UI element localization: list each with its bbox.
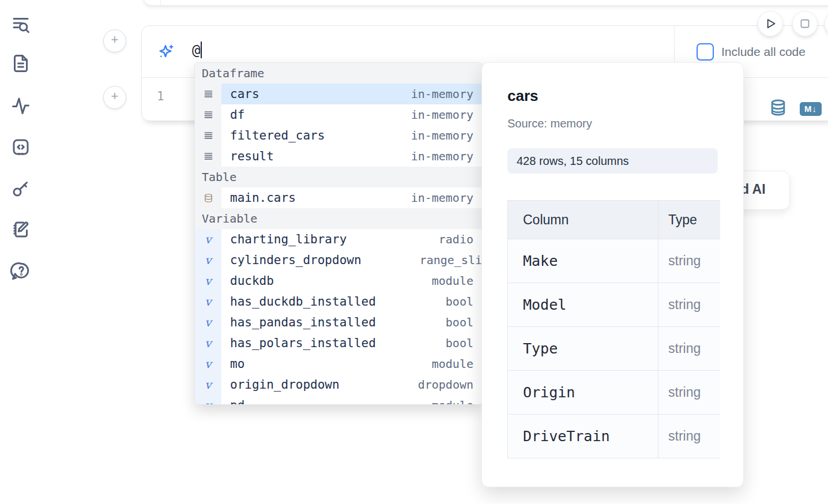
variable-item-icon: v — [195, 395, 221, 405]
file-document-icon[interactable] — [10, 52, 32, 74]
completion-item-type: radio — [439, 232, 473, 246]
toc-search-icon[interactable] — [10, 14, 32, 36]
schema-row: Modelstring — [508, 283, 721, 327]
schema-header-row: ColumnType — [508, 201, 721, 239]
completion-item-body: cylinders_dropdownrange_sli — [221, 250, 482, 270]
completion-item-body: dfin-memory — [221, 104, 482, 125]
completion-item[interactable]: vcylinders_dropdownrange_sli — [195, 250, 482, 270]
schema-column-type: string — [658, 327, 721, 371]
completion-item-name: duckdb — [230, 274, 274, 288]
ai-prompt-input[interactable]: @ — [192, 42, 202, 58]
schema-row: DriveTrainstring — [508, 415, 721, 458]
completion-section-label: Table — [195, 167, 482, 187]
schema-column-name: Origin — [508, 371, 658, 415]
completion-item-name: cars — [230, 87, 259, 101]
stop-square-icon — [797, 16, 812, 31]
add-cell-below-button[interactable]: + — [103, 86, 126, 109]
completion-item-body: has_pandas_installedbool — [221, 312, 482, 333]
key-secrets-icon[interactable] — [10, 178, 32, 200]
schema-table-wrap: ColumnTypeMakestringModelstringTypestrin… — [507, 200, 720, 458]
completion-item[interactable]: vduckdbmodule — [195, 270, 482, 291]
schema-row: Makestring — [508, 239, 721, 283]
run-cell-button[interactable] — [758, 12, 782, 36]
variable-item-icon: v — [195, 250, 221, 270]
schema-column-name: Type — [508, 327, 658, 371]
schema-column-name: Make — [508, 239, 658, 283]
completion-item-body: filtered_carsin-memory — [221, 125, 482, 146]
completion-item[interactable]: resultin-memory — [195, 146, 482, 167]
dataframe-item-icon — [195, 84, 221, 104]
schema-column-type: string — [658, 371, 721, 415]
variable-item-icon: v — [195, 229, 221, 250]
completion-item[interactable]: vcharting_libraryradio — [195, 229, 482, 250]
completion-item[interactable]: vmomodule — [195, 353, 482, 374]
prompt-value: @ — [192, 42, 200, 58]
variable-item-icon: v — [195, 270, 221, 291]
variable-item-icon: v — [195, 333, 221, 353]
completion-item-name: df — [230, 108, 244, 122]
sidebar — [0, 0, 42, 504]
preview-source: Source: memory — [507, 117, 592, 130]
completion-item-body: pdmodule — [221, 395, 482, 405]
completion-item[interactable]: vhas_duckdb_installedbool — [195, 291, 482, 312]
cell-gutter-divider — [160, 0, 161, 5]
completion-item-body: origin_dropdowndropdown — [221, 374, 482, 395]
include-all-code-checkbox[interactable] — [697, 43, 714, 61]
completion-item-body: has_duckdb_installedbool — [221, 291, 482, 312]
completion-item-type: range_sli — [420, 253, 482, 267]
completion-item-body: resultin-memory — [221, 146, 482, 167]
help-chat-icon[interactable] — [10, 260, 32, 282]
table-item-icon — [195, 187, 221, 208]
completion-section-label: Variable — [195, 208, 482, 229]
completion-item[interactable]: dfin-memory — [195, 104, 482, 125]
schema-row: Typestring — [508, 327, 721, 371]
completion-item-name: cylinders_dropdown — [230, 253, 362, 267]
completion-item[interactable]: vorigin_dropdowndropdown — [195, 374, 482, 395]
schema-column-type: string — [658, 283, 721, 327]
completion-item-type: in-memory — [411, 191, 473, 205]
completion-item-type: module — [432, 274, 473, 288]
completion-item-type: bool — [446, 295, 473, 309]
schema-column-type: string — [658, 415, 721, 458]
text-cursor — [201, 42, 202, 58]
completion-item-type: dropdown — [418, 378, 473, 392]
dataframe-item-icon — [195, 125, 221, 146]
completion-item[interactable]: filtered_carsin-memory — [195, 125, 482, 146]
add-cell-above-button[interactable]: + — [103, 29, 126, 52]
stop-button[interactable] — [793, 12, 817, 36]
completion-item-name: has_pandas_installed — [230, 315, 376, 329]
completion-item-name: mo — [230, 357, 244, 371]
completion-item-type: in-memory — [411, 129, 473, 142]
notebook-scratchpad-icon[interactable] — [10, 219, 32, 240]
completion-section-label: Dataframe — [195, 63, 482, 84]
completion-item-body: main.carsin-memory — [221, 187, 482, 208]
dataframe-item-icon — [195, 146, 221, 167]
schema-column-type — [658, 458, 721, 459]
completion-item-type: bool — [446, 315, 473, 329]
database-icon[interactable] — [769, 99, 787, 119]
completion-item-name: pd — [230, 398, 244, 405]
markdown-icon[interactable]: M↓ — [800, 102, 822, 116]
completion-item-name: result — [230, 149, 274, 163]
code-snippets-icon[interactable] — [10, 136, 32, 158]
schema-column-name: DriveTrain — [508, 415, 658, 458]
completion-item-type: bool — [446, 336, 473, 350]
completion-item-name: filtered_cars — [230, 129, 325, 142]
preview-shape-badge: 428 rows, 15 columns — [507, 148, 718, 174]
completion-item[interactable]: vhas_pandas_installedbool — [195, 312, 482, 333]
completion-item[interactable]: vhas_polars_installedbool — [195, 333, 482, 353]
completion-item-name: main.cars — [230, 191, 296, 205]
variable-item-icon: v — [195, 291, 221, 312]
completion-item-body: momodule — [221, 353, 482, 374]
completion-item-name: has_polars_installed — [230, 336, 376, 350]
activity-pulse-icon[interactable] — [10, 95, 32, 116]
schema-column-name: Model — [508, 283, 658, 327]
schema-table: ColumnTypeMakestringModelstringTypestrin… — [507, 200, 720, 458]
include-all-code-label: Include all code — [721, 45, 806, 59]
completion-item[interactable]: carsin-memory — [195, 84, 482, 104]
ai-sparkles-icon — [156, 43, 175, 61]
completion-item[interactable]: main.carsin-memory — [195, 187, 482, 208]
completion-item-name: origin_dropdown — [230, 378, 340, 392]
completion-item[interactable]: vpdmodule — [195, 395, 482, 405]
completion-item-body: has_polars_installedbool — [221, 333, 482, 353]
